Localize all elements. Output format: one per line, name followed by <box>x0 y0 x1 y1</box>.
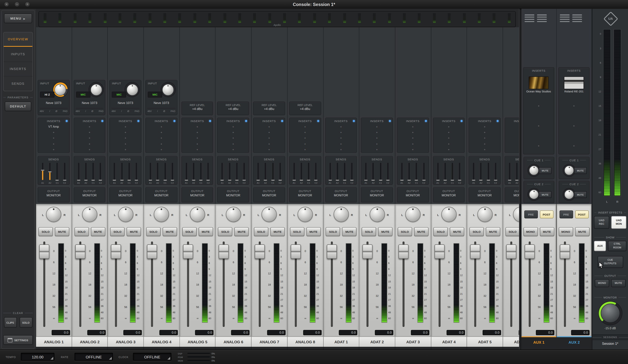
input-option[interactable]: / <box>49 110 50 112</box>
insert-slot[interactable]: + <box>469 123 500 129</box>
channel-name[interactable]: ANALOG 5 <box>180 336 216 347</box>
insert-slot[interactable]: + <box>361 141 392 147</box>
send-thumb[interactable] <box>91 180 95 181</box>
input-option[interactable]: Ø <box>91 110 93 112</box>
ref-level-button[interactable]: REF LEVEL+4 dBu <box>217 102 249 115</box>
pan-knob[interactable] <box>82 207 97 222</box>
insert-slot[interactable]: + <box>254 129 285 135</box>
insert-slot[interactable]: + <box>38 135 69 141</box>
cue-level-knob[interactable] <box>528 165 540 177</box>
cue-mute-button[interactable]: MUTE <box>539 167 551 174</box>
channel-name[interactable]: ANALOG 8 <box>288 336 323 347</box>
insert-slot[interactable]: + <box>74 129 105 135</box>
sidebar-view-overview[interactable]: OVERVIEW <box>3 32 32 47</box>
input-gain-knob[interactable] <box>53 82 68 97</box>
send-thumb[interactable] <box>400 180 403 181</box>
insert-slot[interactable]: + <box>559 123 589 129</box>
input-mode-select[interactable]: MIC <box>148 92 162 98</box>
send-thumb[interactable] <box>458 180 462 181</box>
solo-button[interactable]: SOLO <box>182 227 196 236</box>
insert-slot[interactable]: + <box>559 103 589 109</box>
send-slider[interactable] <box>164 163 165 180</box>
input-option[interactable]: PAD <box>99 110 104 112</box>
cue-level-knob[interactable] <box>563 165 575 177</box>
input-section[interactable]: INPUTHi ZNeve 107348V/ØPAD <box>38 80 70 115</box>
send-slider[interactable] <box>488 163 489 180</box>
input-section[interactable]: INPUTMICNeve 107348V/ØPAD <box>110 80 142 115</box>
post-button[interactable]: POST <box>540 210 553 218</box>
send-slider[interactable] <box>208 163 209 180</box>
insert-slot[interactable]: + <box>290 123 320 129</box>
channel-name[interactable]: ANALOG 1 <box>36 336 72 347</box>
send-slider[interactable] <box>150 163 151 180</box>
insert-slot[interactable]: + <box>397 141 428 147</box>
send-thumb[interactable] <box>407 180 411 181</box>
insert-slot[interactable]: + <box>559 143 589 149</box>
send-thumb[interactable] <box>292 180 296 181</box>
cue-mute-button[interactable]: MUTE <box>539 191 551 198</box>
channel-name[interactable]: ADAT 5 <box>467 336 503 347</box>
sidebar-view-inserts[interactable]: INSERTS <box>3 61 32 76</box>
input-option[interactable]: 48V <box>76 110 80 112</box>
rate-value[interactable]: OFFLINE <box>75 353 113 361</box>
send-thumb[interactable] <box>443 180 447 181</box>
send-slider[interactable] <box>265 163 266 180</box>
insert-slot[interactable]: + <box>361 123 392 129</box>
send-slider[interactable] <box>92 163 94 180</box>
send-thumb[interactable] <box>307 180 311 181</box>
input-gain-knob[interactable] <box>161 82 175 97</box>
mute-button[interactable]: MUTE <box>234 227 249 236</box>
input-option[interactable]: PAD <box>63 110 68 112</box>
send-thumb[interactable] <box>156 180 159 181</box>
send-slider[interactable] <box>401 163 402 180</box>
insert-slot[interactable]: + <box>110 123 141 129</box>
send-slider[interactable] <box>416 163 417 180</box>
fader-value[interactable]: 0.0 <box>231 330 250 335</box>
send-thumb[interactable] <box>228 180 231 181</box>
send-slider[interactable] <box>57 163 58 180</box>
input-option[interactable]: PAD <box>135 110 140 112</box>
insert-slot[interactable]: + <box>254 135 285 141</box>
send-slider[interactable] <box>315 163 316 180</box>
post-button[interactable]: POST <box>575 210 589 218</box>
output-selector[interactable]: OUTPUTMONITOR <box>110 187 142 202</box>
device-strip-apollo[interactable]: Apollo <box>38 11 516 27</box>
channel-name[interactable]: ADAT 6 <box>503 336 519 347</box>
send-thumb[interactable] <box>364 180 368 181</box>
insert-slot[interactable]: + <box>38 129 69 135</box>
send-thumb[interactable] <box>56 180 59 181</box>
insert-slot[interactable]: + <box>505 141 519 147</box>
insert-plugin-thumbnail[interactable] <box>564 76 584 89</box>
show-aux-button[interactable]: AUX <box>594 241 606 251</box>
input-section[interactable]: INPUTMICNeve 107348V/ØPAD <box>146 80 177 115</box>
solo-button[interactable]: SOLO <box>505 227 519 236</box>
insert-slot[interactable]: + <box>110 129 141 135</box>
device-meter-lines-icon[interactable] <box>537 14 547 22</box>
ref-level-button[interactable]: REF LEVEL+4 dBu <box>181 102 213 115</box>
insert-slot[interactable]: + <box>146 135 177 141</box>
insert-slot[interactable]: + <box>505 135 519 141</box>
send-thumb[interactable] <box>314 180 318 181</box>
output-selector[interactable]: OUTPUTMONITOR <box>469 187 501 202</box>
fader-value[interactable]: 0.0 <box>447 330 465 335</box>
send-slider[interactable] <box>337 163 338 180</box>
insert-slot[interactable]: + <box>146 123 177 129</box>
tempo-value[interactable]: 120.00 <box>21 353 54 361</box>
insert-slot[interactable]: + <box>325 129 356 135</box>
send-thumb[interactable] <box>192 180 195 181</box>
send-thumb[interactable] <box>113 180 116 181</box>
channel-name[interactable]: ADAT 1 <box>323 336 359 347</box>
output-selector[interactable]: OUTPUTMONITOR <box>38 187 70 202</box>
insert-slot[interactable]: + <box>182 141 213 147</box>
input-gain-knob[interactable] <box>125 82 140 97</box>
send-slider[interactable] <box>85 163 86 180</box>
send-slider[interactable] <box>459 163 460 180</box>
send-slider[interactable] <box>373 163 374 180</box>
send-thumb[interactable] <box>184 180 188 181</box>
send-slider[interactable] <box>258 163 259 180</box>
send-slider[interactable] <box>186 163 187 180</box>
insert-slot[interactable]: + <box>74 141 105 147</box>
send-slider[interactable] <box>64 163 65 180</box>
send-slider[interactable] <box>157 163 158 180</box>
mute-button[interactable]: MUTE <box>342 227 357 236</box>
